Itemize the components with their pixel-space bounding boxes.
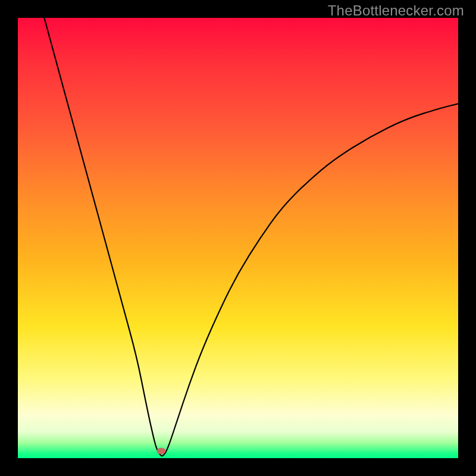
bottleneck-curve bbox=[18, 18, 458, 458]
chart-frame: TheBottlenecker.com bbox=[0, 0, 476, 476]
attribution-label: TheBottlenecker.com bbox=[328, 2, 464, 19]
optimum-marker bbox=[156, 448, 165, 455]
curve-path bbox=[44, 18, 458, 456]
plot-area bbox=[18, 18, 458, 458]
